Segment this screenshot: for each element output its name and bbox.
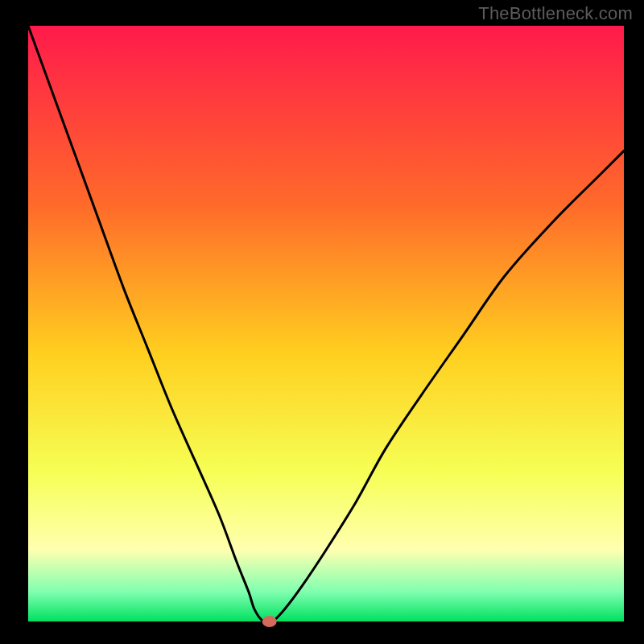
bottleneck-chart [0,0,644,644]
plot-background [28,26,624,621]
optimal-marker [262,616,277,627]
chart-frame: TheBottleneck.com [0,0,644,644]
watermark-text: TheBottleneck.com [478,3,633,24]
